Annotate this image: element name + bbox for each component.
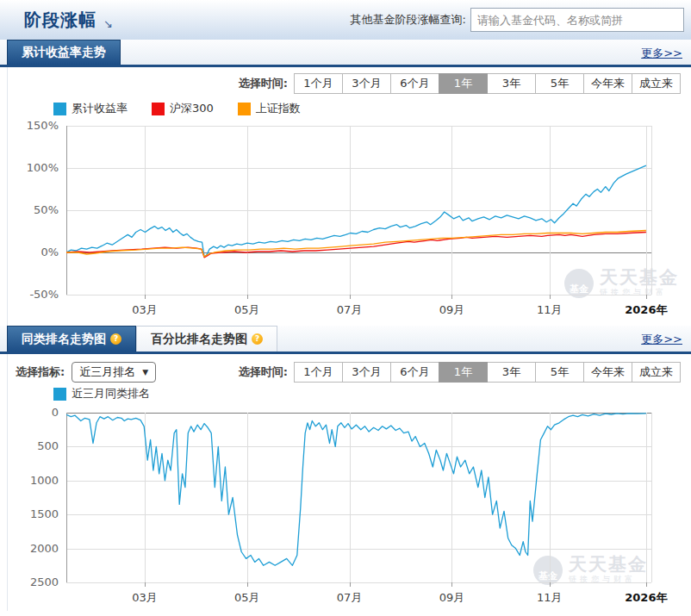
header: 阶段涨幅 ↘ 其他基金阶段涨幅查询: xyxy=(0,0,691,40)
legend-item: 累计收益率 xyxy=(53,101,128,116)
page: 阶段涨幅 ↘ 其他基金阶段涨幅查询: 累计收益率走势 更多>> 选择时间: 1个… xyxy=(0,0,691,616)
legend-swatch xyxy=(152,103,165,115)
x-axis-label: 2026年 xyxy=(625,590,667,606)
time-button-5年[interactable]: 5年 xyxy=(535,73,584,94)
peer-ranking-chart: 基金 天天基金 链接您与财富 0500100015002000250003月05… xyxy=(0,405,691,605)
tabs: 累计收益率走势 xyxy=(7,40,121,65)
y-axis-label: 500 xyxy=(0,439,59,452)
y-axis-label: 2000 xyxy=(0,542,59,555)
x-axis-label: 09月 xyxy=(439,590,465,606)
legend-label: 累计收益率 xyxy=(72,101,128,116)
y-axis-label: 50% xyxy=(0,203,59,216)
y-axis-label: 100% xyxy=(0,161,59,174)
tabbar-cumulative-return: 累计收益率走势 更多>> xyxy=(0,40,691,67)
legend-section1: 累计收益率沪深300上证指数 xyxy=(53,101,301,116)
time-button-1年[interactable]: 1年 xyxy=(439,362,488,383)
cumulative-return-chart: 基金 天天基金 链接您与财富 150%100%50%0%-50%03月05月07… xyxy=(0,121,691,315)
x-axis-label: 05月 xyxy=(234,590,260,606)
tab-label: 百分比排名走势图 xyxy=(151,332,247,347)
plot-area xyxy=(66,126,653,300)
legend-item: 上证指数 xyxy=(238,101,301,116)
time-selector-section2: 选择时间: 1个月3个月6个月1年3年5年今年来成立来 xyxy=(239,362,681,383)
plot-area xyxy=(66,413,653,588)
legend-swatch xyxy=(238,103,251,115)
fund-search: 其他基金阶段涨幅查询: xyxy=(351,8,684,32)
y-axis-label: 0% xyxy=(0,246,59,258)
time-buttons: 1个月3个月6个月1年3年5年今年来成立来 xyxy=(295,73,681,94)
time-buttons: 1个月3个月6个月1年3年5年今年来成立来 xyxy=(295,362,681,383)
legend-section2: 近三月同类排名 xyxy=(53,386,150,401)
y-axis-label: 2500 xyxy=(0,576,59,588)
time-button-3个月[interactable]: 3个月 xyxy=(342,73,391,94)
time-button-成立来[interactable]: 成立来 xyxy=(632,362,681,383)
tab-cumulative-return[interactable]: 累计收益率走势 xyxy=(7,40,121,65)
x-axis-label: 03月 xyxy=(132,302,158,318)
time-button-今年来[interactable]: 今年来 xyxy=(583,73,632,94)
legend-item: 沪深300 xyxy=(152,101,214,116)
legend-label: 近三月同类排名 xyxy=(72,386,150,401)
y-axis-label: 0 xyxy=(0,406,59,419)
legend-swatch xyxy=(53,388,66,401)
tabbar-ranking: 同类排名走势图 ? 百分比排名走势图 ? 更多>> xyxy=(0,326,691,354)
x-axis-label: 09月 xyxy=(439,302,465,318)
help-icon[interactable]: ? xyxy=(110,333,121,345)
x-axis-label: 07月 xyxy=(337,302,363,318)
legend-label: 沪深300 xyxy=(170,101,214,116)
time-button-1个月[interactable]: 1个月 xyxy=(294,362,343,383)
time-label: 选择时间: xyxy=(239,76,288,91)
x-axis-label: 2026年 xyxy=(625,302,667,318)
time-button-5年[interactable]: 5年 xyxy=(535,362,584,383)
tab-label: 累计收益率走势 xyxy=(22,45,106,60)
time-button-6个月[interactable]: 6个月 xyxy=(390,73,439,94)
legend-swatch xyxy=(53,103,66,115)
y-axis-label: 1000 xyxy=(0,474,59,487)
time-label: 选择时间: xyxy=(239,364,288,380)
tab-peer-ranking[interactable]: 同类排名走势图 ? xyxy=(7,326,136,352)
help-icon[interactable]: ? xyxy=(252,333,263,345)
x-axis-label: 07月 xyxy=(337,590,363,606)
time-button-1年[interactable]: 1年 xyxy=(439,73,488,94)
tab-percentile-ranking[interactable]: 百分比排名走势图 ? xyxy=(136,326,277,352)
y-axis-label: -50% xyxy=(0,288,59,301)
tab-label: 同类排名走势图 xyxy=(22,332,106,347)
series-近三月同类排名 xyxy=(66,414,646,566)
time-button-3年[interactable]: 3年 xyxy=(487,362,536,383)
more-link-section1[interactable]: 更多>> xyxy=(641,46,682,61)
time-button-6个月[interactable]: 6个月 xyxy=(390,362,439,383)
x-axis-label: 03月 xyxy=(132,590,158,606)
time-button-3个月[interactable]: 3个月 xyxy=(342,362,391,383)
page-title: 阶段涨幅 xyxy=(24,9,96,32)
indicator-value: 近三月排名 xyxy=(79,364,135,380)
time-button-今年来[interactable]: 今年来 xyxy=(583,362,632,383)
time-button-1个月[interactable]: 1个月 xyxy=(294,73,343,94)
indicator-label: 选择指标: xyxy=(16,364,65,380)
collapse-arrow-icon: ↘ xyxy=(103,17,113,30)
search-label: 其他基金阶段涨幅查询: xyxy=(351,12,466,28)
more-link-section2[interactable]: 更多>> xyxy=(641,332,682,347)
chevron-down-icon: ▼ xyxy=(142,368,148,376)
legend-item: 近三月同类排名 xyxy=(53,386,150,401)
x-axis-label: 05月 xyxy=(234,302,260,318)
indicator-select[interactable]: 近三月排名 ▼ xyxy=(72,362,156,383)
x-axis-label: 11月 xyxy=(537,302,563,318)
time-button-成立来[interactable]: 成立来 xyxy=(632,73,681,94)
tabs: 同类排名走势图 ? 百分比排名走势图 ? xyxy=(7,326,277,352)
y-axis-label: 1500 xyxy=(0,507,59,520)
indicator-selector: 选择指标: 近三月排名 ▼ xyxy=(16,362,156,383)
time-button-3年[interactable]: 3年 xyxy=(487,73,536,94)
legend-label: 上证指数 xyxy=(256,101,301,116)
fund-search-input[interactable] xyxy=(470,8,684,32)
x-axis-label: 11月 xyxy=(537,590,563,606)
time-selector-section1: 选择时间: 1个月3个月6个月1年3年5年今年来成立来 xyxy=(239,73,681,94)
y-axis-label: 150% xyxy=(0,119,59,132)
